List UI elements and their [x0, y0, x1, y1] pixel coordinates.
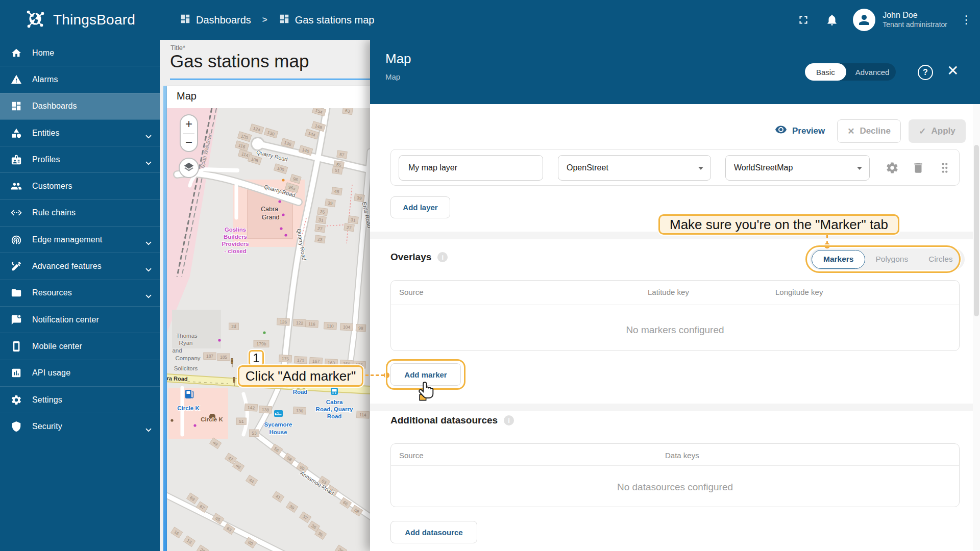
sidebar-item-advanced-features[interactable]: Advanced features [0, 253, 160, 279]
svg-text:175: 175 [282, 356, 289, 362]
column-source: Source [399, 288, 424, 296]
overlays-section-title: Overlays i [390, 252, 448, 263]
info-icon[interactable]: i [437, 252, 448, 262]
svg-text:39: 39 [357, 195, 362, 201]
map-label: Solicitors [174, 365, 198, 371]
apply-button[interactable]: ✓ Apply [909, 119, 966, 143]
map-label: - closed [224, 248, 246, 254]
layer-name-input[interactable] [407, 163, 534, 173]
svg-text:57: 57 [339, 152, 345, 158]
kebab-menu-icon[interactable]: ⋮ [961, 13, 971, 27]
sidebar-item-alarms[interactable]: Alarms [0, 66, 160, 92]
svg-text:126: 126 [280, 319, 287, 325]
map-canvas[interactable]: 1541481441401361301241201161141081009696… [167, 108, 370, 551]
tab-circles[interactable]: Circles [918, 248, 963, 270]
svg-text:110: 110 [327, 323, 334, 329]
layer-delete-trash-icon[interactable] [912, 161, 925, 174]
sidebar-item-entities[interactable]: Entities [0, 119, 160, 146]
zoom-in-button[interactable]: + [181, 115, 197, 133]
svg-text:122: 122 [296, 320, 304, 326]
map-widget[interactable]: Map [167, 86, 370, 551]
eye-icon [775, 123, 787, 138]
sidebar-item-mobile-center[interactable]: Mobile center [0, 333, 160, 359]
sidebar-item-dashboards[interactable]: Dashboards [0, 93, 160, 119]
add-layer-button[interactable]: Add layer [390, 196, 450, 218]
sidebar-item-label: Resources [32, 288, 72, 297]
map-layer-card: OpenStreet WorldStreetMap [390, 149, 960, 186]
add-marker-button[interactable]: Add marker [390, 363, 461, 386]
map-label: Road [293, 389, 308, 395]
column-source: Source [399, 451, 424, 460]
breadcrumb-dashboards[interactable]: Dashboards [180, 13, 251, 27]
tab-polygons[interactable]: Polygons [865, 248, 918, 270]
markers-table-header: Source Latitude key Longitude key [391, 281, 959, 305]
settings-icon [11, 394, 22, 406]
svg-text:142: 142 [248, 405, 255, 411]
markers-empty-state: No markers configured [391, 324, 959, 336]
user-info[interactable]: John Doe Tenant administrator [883, 10, 947, 30]
dashboards-icon [11, 101, 22, 112]
mobile-icon [11, 341, 22, 352]
add-datasource-button[interactable]: Add datasource [390, 521, 477, 543]
sidebar-item-notification-center[interactable]: Notification center [0, 306, 160, 333]
sidebar-item-customers[interactable]: Customers [0, 172, 160, 199]
fullscreen-icon[interactable] [796, 12, 811, 28]
mode-toggle: Basic Advanced [805, 63, 896, 81]
decline-button[interactable]: ✕ Decline [837, 119, 901, 143]
map-label: Builders [224, 234, 247, 240]
sidebar-item-settings[interactable]: Settings [0, 386, 160, 413]
layer-name-field[interactable] [399, 155, 543, 181]
datasources-table-header: Source Data keys [391, 444, 959, 468]
sidebar-item-rule-chains[interactable]: Rule chains [0, 199, 160, 226]
layer-drag-handle-icon[interactable] [938, 161, 951, 174]
brand[interactable]: ThingsBoard [23, 7, 135, 33]
tab-markers[interactable]: Markers [812, 250, 865, 269]
column-longitude-key: Longitude key [775, 288, 823, 296]
column-data-keys: Data keys [665, 451, 699, 460]
scrollbar-thumb[interactable] [974, 145, 979, 316]
layer-settings-gear-icon[interactable] [886, 161, 899, 174]
toggle-basic[interactable]: Basic [805, 63, 846, 81]
breadcrumb-current-page[interactable]: Gas stations map [279, 13, 375, 27]
svg-text:130: 130 [296, 408, 304, 414]
preview-button[interactable]: Preview [775, 123, 825, 138]
dashboard-grid-icon [180, 13, 191, 27]
sidebar-item-label: Settings [32, 395, 62, 405]
help-icon[interactable]: ? [918, 65, 933, 80]
map-label: Cabra [261, 206, 278, 213]
map-provider-select[interactable]: OpenStreet [558, 155, 711, 181]
brand-name: ThingsBoard [53, 12, 135, 28]
sidebar-item-edge-management[interactable]: Edge management [0, 226, 160, 253]
layer-type-select[interactable]: WorldStreetMap [725, 155, 870, 181]
user-name: John Doe [883, 10, 947, 20]
close-icon[interactable]: ✕ [947, 64, 959, 78]
column-latitude-key: Latitude key [648, 288, 689, 296]
sidebar-item-resources[interactable]: Resources [0, 280, 160, 306]
zoom-out-button[interactable]: − [181, 134, 197, 152]
user-role: Tenant administrator [883, 20, 947, 30]
notification-icon [11, 314, 22, 325]
resources-icon [11, 287, 22, 298]
sidebar-item-api-usage[interactable]: API usage [0, 360, 160, 386]
rule-icon [11, 207, 22, 218]
dashboard-grid-icon [279, 13, 290, 27]
svg-text:104: 104 [343, 324, 351, 330]
panel-scrollbar[interactable] [973, 104, 980, 551]
customers-icon [11, 181, 22, 192]
settings-body: Preview ✕ Decline ✓ Apply OpenStreet [370, 104, 980, 551]
thingsboard-app: ThingsBoard Dashboards > Gas stations ma… [0, 0, 980, 551]
sidebar-item-security[interactable]: Security [0, 413, 160, 439]
notifications-bell-icon[interactable] [824, 12, 840, 28]
chevron-down-icon [145, 131, 152, 135]
dashboard-title-input[interactable]: Gas stations map [170, 51, 309, 71]
map-label: Cabra [326, 399, 343, 405]
sidebar-item-home[interactable]: Home [0, 40, 160, 66]
topbar-actions: John Doe Tenant administrator ⋮ [796, 0, 971, 40]
toggle-advanced[interactable]: Advanced [846, 68, 899, 77]
map-layers-button[interactable] [179, 158, 199, 178]
datasources-section-title: Additional datasources i [390, 415, 514, 426]
sidebar-item-profiles[interactable]: Profiles [0, 146, 160, 172]
info-icon[interactable]: i [504, 415, 514, 425]
svg-text:155: 155 [356, 362, 363, 368]
user-avatar[interactable] [853, 9, 875, 31]
